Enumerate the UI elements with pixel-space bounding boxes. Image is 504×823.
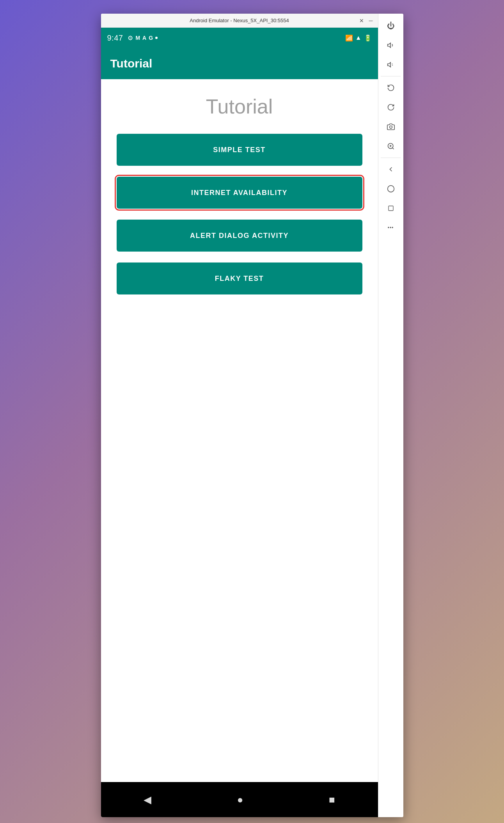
- zoom-in-icon[interactable]: [382, 137, 400, 155]
- titlebar-controls: ✕ ─: [358, 18, 375, 24]
- google-icon: G: [149, 35, 153, 41]
- alert-dialog-activity-button[interactable]: ALERT DIALOG ACTIVITY: [117, 220, 362, 252]
- sidebar-divider-2: [381, 158, 401, 158]
- internet-availability-button[interactable]: INTERNET AVAILABILITY: [117, 177, 362, 209]
- nav-home-sidebar-icon[interactable]: [382, 180, 400, 198]
- volume-up-icon[interactable]: [382, 36, 400, 54]
- app-toolbar-title: Tutorial: [110, 57, 153, 70]
- camera-icon[interactable]: [382, 118, 400, 136]
- app-toolbar: Tutorial: [101, 48, 378, 79]
- a-icon: A: [142, 35, 146, 41]
- status-bar: 9:47 ⚙ M A G 📶 ▲ 🔋: [101, 28, 378, 48]
- settings-icon: ⚙: [128, 34, 133, 42]
- app-content: Tutorial SIMPLE TEST INTERNET AVAILABILI…: [101, 79, 378, 782]
- volume-down-icon[interactable]: [382, 56, 400, 74]
- phone-area: Android Emulator - Nexus_5X_API_30:5554 …: [101, 14, 378, 817]
- emulator-title-text: Android Emulator - Nexus_5X_API_30:5554: [190, 18, 289, 23]
- status-time: 9:47: [107, 34, 123, 43]
- status-bar-left: 9:47 ⚙ M A G: [107, 34, 158, 43]
- sidebar-panel: ⏻: [378, 14, 403, 817]
- nav-back-sidebar-icon[interactable]: [382, 160, 400, 178]
- gmail-icon: M: [135, 35, 140, 41]
- emulator-window: Android Emulator - Nexus_5X_API_30:5554 …: [101, 14, 403, 817]
- svg-marker-1: [387, 62, 390, 67]
- page-title: Tutorial: [206, 95, 273, 118]
- status-icons-left: ⚙ M A G: [128, 34, 158, 42]
- emulator-titlebar: Android Emulator - Nexus_5X_API_30:5554 …: [101, 14, 378, 28]
- close-button[interactable]: ✕: [358, 18, 366, 24]
- more-icon[interactable]: •••: [382, 219, 400, 237]
- status-bar-right: 📶 ▲ 🔋: [345, 34, 372, 42]
- rotate-right-icon[interactable]: [382, 98, 400, 116]
- android-nav-bar: ◀ ● ■: [101, 782, 378, 817]
- minimize-button[interactable]: ─: [367, 18, 375, 24]
- rotate-left-icon[interactable]: [382, 79, 400, 97]
- svg-point-2: [389, 126, 392, 129]
- svg-marker-0: [387, 43, 390, 48]
- nav-home-button[interactable]: ●: [237, 794, 243, 806]
- notification-dot: [155, 37, 158, 39]
- nav-back-button[interactable]: ◀: [144, 794, 151, 806]
- svg-rect-8: [389, 206, 393, 211]
- simple-test-button[interactable]: SIMPLE TEST: [117, 134, 362, 166]
- battery-icon: 🔋: [364, 34, 372, 42]
- svg-line-4: [392, 148, 394, 149]
- wifi-icon: 📶: [345, 34, 353, 42]
- signal-icon: ▲: [355, 34, 362, 41]
- nav-recents-sidebar-icon[interactable]: [382, 199, 400, 217]
- flaky-test-button[interactable]: FLAKY TEST: [117, 263, 362, 294]
- sidebar-divider-1: [381, 76, 401, 76]
- svg-point-7: [387, 186, 394, 192]
- power-icon[interactable]: ⏻: [382, 17, 400, 35]
- nav-recents-button[interactable]: ■: [329, 794, 335, 806]
